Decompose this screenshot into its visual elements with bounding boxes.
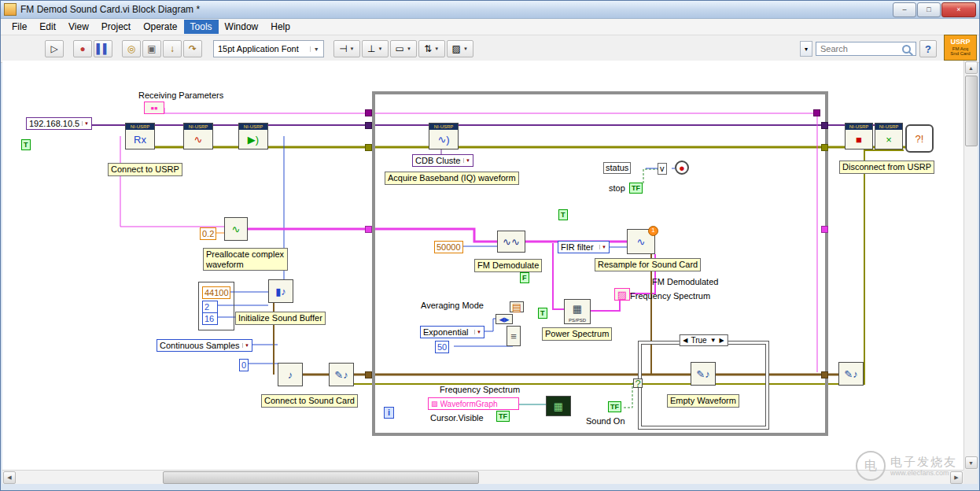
- session-branch-wire[interactable]: [120, 136, 224, 227]
- tunnel[interactable]: [365, 226, 372, 233]
- vertical-scroll-thumb[interactable]: [965, 76, 978, 146]
- constant-50[interactable]: 50: [435, 341, 449, 353]
- sample-mode-ring[interactable]: Continuous Samples▼: [157, 339, 252, 352]
- waveform-graph-reference[interactable]: ▨WaveformGraph: [428, 397, 519, 410]
- chevron-down-icon[interactable]: ▼: [242, 343, 249, 348]
- initialize-sound-buffer-icon[interactable]: ▮♪: [268, 279, 293, 303]
- constant-44100[interactable]: 44100: [202, 286, 230, 299]
- window-parameter-node[interactable]: ▤: [510, 301, 524, 312]
- scroll-up-button[interactable]: ▲: [965, 61, 978, 74]
- tunnel[interactable]: [821, 226, 828, 233]
- chevron-down-icon[interactable]: ▼: [82, 121, 89, 126]
- constant-0-2[interactable]: 0.2: [200, 227, 216, 240]
- reorder-button[interactable]: ⇅▼: [418, 40, 445, 57]
- usrp-fetch-rx-data-icon[interactable]: NI-USRP∿): [429, 123, 459, 150]
- usrp-abort-icon[interactable]: NI-USRP■: [845, 123, 873, 150]
- false-constant[interactable]: F: [520, 272, 529, 283]
- align-objects-button[interactable]: ⊣▼: [333, 40, 360, 57]
- clean-up-diagram-button[interactable]: ▨▼: [447, 40, 473, 57]
- tunnel[interactable]: [365, 371, 372, 378]
- pause-button[interactable]: ▌▌: [94, 40, 112, 57]
- abort-button[interactable]: ●: [73, 40, 92, 57]
- scroll-down-button[interactable]: ▼: [965, 456, 978, 469]
- tunnel[interactable]: [365, 144, 372, 151]
- device-address-ring[interactable]: 192.168.10.5▼: [26, 117, 92, 130]
- menu-project[interactable]: Project: [95, 20, 137, 34]
- stop-button-terminal[interactable]: ●: [675, 161, 689, 175]
- font-selector[interactable]: 15pt Application Font ▼: [213, 40, 324, 57]
- sound-output-write-icon[interactable]: ✎♪: [329, 363, 354, 386]
- tunnel[interactable]: [365, 122, 372, 129]
- menu-window[interactable]: Window: [219, 20, 265, 34]
- preallocate-waveform-icon[interactable]: ∿: [224, 217, 248, 241]
- menu-operate[interactable]: Operate: [137, 20, 183, 34]
- averaging-mode-ring[interactable]: Exponential▼: [420, 326, 484, 338]
- frequency-spectrum-terminal[interactable]: ▨: [614, 288, 630, 301]
- empty-waveform-write-icon[interactable]: ✎♪: [691, 362, 716, 386]
- cursor-visible-constant[interactable]: TF: [496, 411, 510, 422]
- case-prev-button[interactable]: ◀: [683, 337, 687, 344]
- help-button[interactable]: ?: [919, 40, 937, 57]
- chevron-down-icon[interactable]: ▼: [463, 158, 470, 163]
- vertical-scrollbar[interactable]: ▲ ▼: [963, 61, 978, 470]
- graph-terminal-icon[interactable]: ▦: [546, 396, 571, 416]
- sound-output-clear-icon[interactable]: ✎♪: [838, 362, 864, 386]
- step-over-button[interactable]: ↷: [183, 40, 202, 57]
- constant-2[interactable]: 2: [202, 301, 218, 313]
- search-input[interactable]: [819, 43, 902, 54]
- tunnel[interactable]: [821, 122, 828, 129]
- true-constant[interactable]: T: [558, 209, 568, 220]
- sound-output-configure-icon[interactable]: ♪: [278, 363, 303, 386]
- usrp-initiate-icon[interactable]: NI-USRP▶): [238, 123, 268, 150]
- horizontal-scroll-thumb[interactable]: [163, 471, 479, 484]
- usrp-configure-signal-icon[interactable]: NI-USRP∿: [183, 123, 213, 150]
- cdb-cluster-ring[interactable]: CDB Cluster▼: [412, 154, 473, 167]
- unbundle-status-node[interactable]: status: [603, 162, 631, 174]
- minimize-button[interactable]: –: [893, 2, 916, 17]
- menu-edit[interactable]: Edit: [33, 20, 62, 34]
- sound-on-constant[interactable]: TF: [608, 401, 621, 412]
- menu-view[interactable]: View: [62, 20, 95, 34]
- resample-icon[interactable]: ∿1: [627, 229, 655, 254]
- case-next-button[interactable]: ▶: [720, 337, 724, 344]
- bundle-node[interactable]: ≡: [507, 326, 521, 346]
- menu-file[interactable]: File: [6, 20, 33, 34]
- constant-50000[interactable]: 50000: [434, 241, 463, 253]
- search-icon[interactable]: [902, 45, 911, 54]
- close-button[interactable]: ×: [941, 2, 976, 17]
- diagram-canvas[interactable]: ◀True▼▶NI-USRPRxNI-USRP∿NI-USRP▶)NI-USRP…: [2, 61, 963, 470]
- case-selector[interactable]: ◀True▼▶: [679, 334, 728, 346]
- averaging-mode-node[interactable]: ◂▸: [496, 314, 513, 324]
- chevron-down-icon[interactable]: ▼: [599, 245, 606, 249]
- resize-objects-button[interactable]: ▭▼: [390, 40, 417, 57]
- stop-boolean-constant[interactable]: TF: [629, 183, 643, 194]
- true-constant[interactable]: T: [21, 139, 31, 150]
- error-dialog-icon[interactable]: ?!: [905, 124, 934, 153]
- menu-tools[interactable]: Tools: [184, 20, 219, 34]
- power-spectrum-icon[interactable]: ▦PS/PSD: [564, 299, 591, 324]
- step-into-button[interactable]: ↓: [163, 40, 182, 57]
- true-constant[interactable]: T: [538, 308, 547, 319]
- comparison-node[interactable]: v: [658, 163, 667, 175]
- search-box[interactable]: [816, 42, 916, 56]
- case-selector-terminal[interactable]: ?: [633, 378, 643, 388]
- constant-0[interactable]: 0: [239, 359, 249, 371]
- vi-icon-badge[interactable]: USRP FM Acq Snd Card: [944, 35, 977, 61]
- highlight-execution-button[interactable]: ◎: [122, 40, 141, 57]
- usrp-close-session-icon[interactable]: NI-USRP×: [875, 123, 903, 150]
- receiving-parameters-constant[interactable]: ▪▪: [144, 102, 164, 114]
- menu-help[interactable]: Help: [264, 20, 297, 34]
- horizontal-scrollbar[interactable]: ◀ ▶: [2, 470, 963, 484]
- tunnel[interactable]: [365, 109, 372, 116]
- fir-filter-ring[interactable]: FIR filter▼: [558, 241, 610, 253]
- scroll-left-button[interactable]: ◀: [3, 471, 16, 484]
- usrp-open-rx-session-icon[interactable]: NI-USRPRx: [125, 123, 155, 150]
- chevron-down-icon[interactable]: ▼: [474, 330, 481, 334]
- maximize-button[interactable]: □: [917, 2, 941, 17]
- loop-iteration-terminal[interactable]: i: [384, 407, 394, 419]
- constant-16[interactable]: 16: [202, 312, 218, 325]
- fm-demodulate-icon[interactable]: ∿∿: [497, 231, 525, 253]
- tunnel[interactable]: [813, 109, 820, 116]
- tunnel[interactable]: [821, 371, 828, 378]
- tunnel[interactable]: [821, 144, 828, 151]
